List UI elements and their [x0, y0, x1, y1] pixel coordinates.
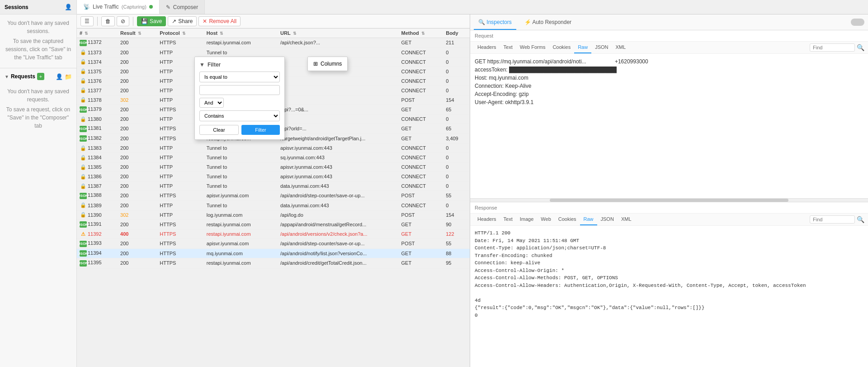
response-tab-xml[interactable]: XML: [618, 214, 635, 225]
table-row[interactable]: JSON11393 200 HTTPS apisvr.iyunmai.com /…: [77, 239, 470, 249]
lock-icon: 🔒: [80, 59, 87, 65]
table-row[interactable]: JSON11394 200 HTTPS mq.iyunmai.com /api/…: [77, 248, 470, 258]
cell-method: GET: [399, 219, 443, 229]
col-host[interactable]: Host ⇅: [204, 29, 278, 38]
cell-host: mq.iyunmai.com: [204, 248, 278, 258]
request-sub-tabs: Headers Text Web Forms Cookies Raw JSON …: [470, 42, 868, 54]
table-row[interactable]: JSON11372 200 HTTPS restapi.iyunmai.com …: [77, 38, 470, 48]
filter-logical-select[interactable]: And: [199, 98, 224, 108]
delete-button[interactable]: 🗑: [101, 16, 115, 26]
remove-all-button[interactable]: ✕ Remove All: [198, 16, 241, 26]
filter-actions: Clear Filter: [199, 125, 280, 135]
request-find-input[interactable]: [810, 43, 855, 52]
request-tab-cookies[interactable]: Cookies: [549, 42, 574, 53]
response-find-icon[interactable]: 🔍: [857, 216, 864, 223]
cell-protocol: HTTPS: [157, 229, 204, 239]
request-tab-headers[interactable]: Headers: [474, 42, 500, 53]
table-row[interactable]: JSON11391 200 HTTPS restapi.iyunmai.com …: [77, 219, 470, 229]
request-scrollbar[interactable]: [470, 198, 868, 202]
col-url[interactable]: URL ⇅: [278, 29, 399, 38]
save-button[interactable]: 💾 Save: [137, 16, 166, 26]
menu-button[interactable]: ☰: [80, 16, 94, 26]
request-tab-webforms[interactable]: Web Forms: [516, 42, 549, 53]
table-row[interactable]: 🔒11389 200 HTTP Tunnel to data.iyunmai.c…: [77, 200, 470, 210]
cell-method: GET: [399, 124, 443, 134]
response-tab-raw[interactable]: Raw: [580, 214, 597, 225]
cell-body: 0: [443, 153, 470, 162]
columns-label: Columns: [321, 61, 342, 67]
share-button[interactable]: ↗ Share: [168, 16, 197, 26]
request-tab-xml[interactable]: XML: [612, 42, 630, 53]
requests-folder-button[interactable]: 📁: [65, 73, 72, 80]
filter-value-input[interactable]: [199, 85, 280, 95]
response-tab-cookies[interactable]: Cookies: [555, 214, 580, 225]
cell-url: [278, 114, 399, 124]
cell-id: 🔒11374: [77, 57, 118, 67]
response-tab-text[interactable]: Text: [500, 214, 516, 225]
filter-condition2-select[interactable]: Contains: [199, 110, 280, 121]
table-row[interactable]: 🔒11390 302 HTTP log.iyunmai.com /api/log…: [77, 210, 470, 219]
response-find-input[interactable]: [810, 215, 855, 224]
cell-method: CONNECT: [399, 67, 443, 76]
request-find-icon[interactable]: 🔍: [857, 44, 864, 51]
request-find: 🔍: [810, 43, 864, 52]
requests-add-button[interactable]: +: [37, 73, 44, 80]
cell-url: /api/android/notify/list.json?versionCo.…: [278, 248, 399, 258]
cell-body: 0: [443, 162, 470, 172]
cell-id: JSON11382: [77, 133, 118, 143]
cell-result: 200: [118, 143, 157, 153]
cell-host: Tunnel to: [204, 172, 278, 181]
tab-auto-responder[interactable]: ⚡ Auto Responder: [520, 14, 576, 30]
table-row[interactable]: 🔒11373 200 HTTP Tunnel to CONNECT 0: [77, 48, 470, 57]
cell-host: Tunnel to: [204, 181, 278, 191]
request-tab-raw[interactable]: Raw: [574, 42, 591, 53]
tab-composer[interactable]: ✎ Composer: [160, 0, 205, 14]
cell-method: GET: [399, 258, 443, 268]
table-row[interactable]: JSON11395 200 HTTPS restapi.iyunmai.com …: [77, 258, 470, 268]
cell-method: CONNECT: [399, 162, 443, 172]
request-tab-json[interactable]: JSON: [591, 42, 612, 53]
table-row[interactable]: 🔒11384 200 HTTP Tunnel to sq.iyunmai.com…: [77, 153, 470, 162]
filter-and-row: And: [199, 98, 280, 108]
table-row[interactable]: 🔒11383 200 HTTP Tunnel to apisvr.iyunmai…: [77, 143, 470, 153]
filter-clear-button[interactable]: Clear: [199, 125, 239, 135]
col-number: # ⇅: [77, 29, 118, 38]
cell-body: 0: [443, 143, 470, 153]
cell-body: 0: [443, 172, 470, 181]
cell-host: restapi.iyunmai.com: [204, 38, 278, 48]
table-row[interactable]: ⚠11392 400 HTTPS restapi.iyunmai.com /ap…: [77, 229, 470, 239]
cell-id: JSON11388: [77, 191, 118, 201]
requests-people-button[interactable]: 👤: [56, 73, 63, 80]
tab-inspectors[interactable]: 🔍 Inspectors: [474, 14, 516, 30]
cell-host: Tunnel to: [204, 162, 278, 172]
response-tab-web[interactable]: Web: [537, 214, 554, 225]
cell-id: 🔒11375: [77, 67, 118, 76]
sessions-add-button[interactable]: 👤: [65, 4, 72, 10]
table-row[interactable]: JSON11388 200 HTTPS apisvr.iyunmai.com /…: [77, 191, 470, 201]
toggle-switch[interactable]: [851, 19, 864, 26]
response-tab-image[interactable]: Image: [516, 214, 538, 225]
cell-result: 200: [118, 162, 157, 172]
tab-live-traffic[interactable]: 📡 Live Traffic (Capturing): [77, 0, 160, 14]
col-protocol: Protocol ⇅: [157, 29, 204, 38]
table-row[interactable]: 🔒11386 200 HTTP Tunnel to apisvr.iyunmai…: [77, 172, 470, 181]
request-tab-text[interactable]: Text: [500, 42, 516, 53]
response-tab-headers[interactable]: Headers: [474, 214, 500, 225]
cell-host: apisvr.iyunmai.com: [204, 191, 278, 201]
cell-url: sq.iyunmai.com:443: [278, 153, 399, 162]
cell-host: restapi.iyunmai.com: [204, 229, 278, 239]
filter-apply-button[interactable]: Filter: [241, 125, 280, 135]
response-tab-json[interactable]: JSON: [597, 214, 618, 225]
cell-method: GET: [399, 38, 443, 48]
toolbar: ☰ 🗑 ⊘ 💾 Save ↗ Share: [77, 14, 470, 29]
table-row[interactable]: 🔒11385 200 HTTP Tunnel to apisvr.iyunmai…: [77, 162, 470, 172]
filter-button[interactable]: ⊘: [117, 16, 129, 26]
cell-body: 154: [443, 210, 470, 219]
filter-condition1-select[interactable]: Is equal to: [199, 71, 280, 82]
cell-protocol: HTTP: [157, 48, 204, 57]
requests-header: ▼ Requests + 👤 📁: [0, 70, 76, 83]
cell-body: 3,409: [443, 133, 470, 143]
cell-id: JSON11372: [77, 38, 118, 48]
lock-icon: 🔒: [80, 202, 87, 209]
table-row[interactable]: 🔒11387 200 HTTP Tunnel to data.iyunmai.c…: [77, 181, 470, 191]
